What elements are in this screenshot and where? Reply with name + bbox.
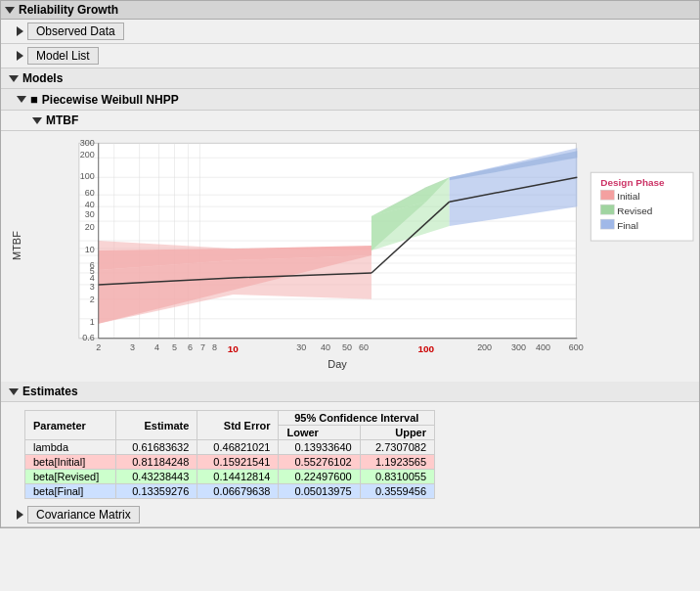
svg-text:0.6: 0.6 — [82, 333, 94, 342]
covariance-matrix-row: Covariance Matrix — [1, 503, 699, 527]
y-axis-label: MTBF — [11, 231, 22, 260]
table-row: lambda 0.61683632 0.46821021 0.13933640 … — [25, 440, 435, 455]
lower-cell: 0.13933640 — [279, 440, 360, 455]
models-label: Models — [22, 71, 63, 85]
std-error-cell: 0.14412814 — [197, 470, 279, 484]
svg-text:2: 2 — [90, 295, 95, 304]
param-cell: beta[Revised] — [25, 470, 116, 484]
svg-text:3: 3 — [130, 342, 135, 352]
svg-text:5: 5 — [172, 342, 177, 352]
table-row: beta[Initial] 0.81184248 0.15921541 0.55… — [25, 455, 435, 470]
svg-text:200: 200 — [477, 342, 492, 352]
models-section-header: Models — [1, 68, 699, 89]
svg-text:100: 100 — [417, 343, 434, 354]
model-list-button[interactable]: Model List — [27, 47, 99, 65]
legend-initial: Initial — [617, 191, 639, 202]
legend-revised: Revised — [617, 205, 652, 216]
param-cell: beta[Final] — [25, 484, 116, 499]
upper-cell: 0.3559456 — [360, 484, 434, 499]
svg-text:30: 30 — [85, 209, 95, 219]
svg-text:10: 10 — [85, 245, 95, 254]
panel-header: Reliability Growth — [1, 1, 699, 20]
lower-cell: 0.55276102 — [279, 455, 360, 470]
mtbf-chart-svg: MTBF 300 200 100 60 40 30 20 10 — [1, 133, 699, 378]
estimate-cell: 0.43238443 — [116, 470, 197, 484]
svg-text:400: 400 — [536, 342, 550, 352]
svg-text:200: 200 — [80, 150, 95, 159]
lower-cell: 0.05013975 — [279, 484, 360, 499]
estimate-header: Estimate — [116, 411, 197, 440]
piecewise-weibull-label: Piecewise Weibull NHPP — [42, 93, 179, 107]
panel-title: Reliability Growth — [19, 3, 118, 17]
svg-text:300: 300 — [80, 138, 95, 148]
lower-cell: 0.22497600 — [279, 470, 360, 484]
piecewise-weibull-header: ■ Piecewise Weibull NHPP — [1, 89, 699, 111]
svg-text:7: 7 — [200, 342, 205, 352]
svg-text:60: 60 — [85, 188, 95, 198]
upper-cell: 2.7307082 — [360, 440, 434, 455]
legend-final: Final — [617, 220, 638, 231]
conf-interval-header: 95% Confidence Interval — [279, 411, 435, 426]
svg-rect-59 — [600, 219, 614, 229]
std-error-header: Std Error — [197, 411, 279, 440]
svg-text:8: 8 — [212, 342, 217, 352]
table-row: beta[Final] 0.13359276 0.06679638 0.0501… — [25, 484, 435, 499]
svg-text:20: 20 — [85, 222, 95, 232]
svg-text:10: 10 — [228, 343, 240, 354]
param-cell: beta[Initial] — [25, 455, 116, 470]
estimate-cell: 0.13359276 — [116, 484, 197, 499]
model-list-expand-icon[interactable] — [17, 51, 23, 61]
svg-text:2: 2 — [96, 342, 101, 352]
svg-text:4: 4 — [154, 342, 159, 352]
svg-text:40: 40 — [85, 200, 95, 209]
estimate-cell: 0.61683632 — [116, 440, 197, 455]
svg-rect-57 — [600, 190, 614, 200]
upper-cell: 0.8310055 — [360, 470, 434, 484]
piecewise-weibull-checkbox-icon[interactable]: ■ — [30, 92, 38, 107]
estimate-cell: 0.81184248 — [116, 455, 197, 470]
mtbf-header: MTBF — [1, 111, 699, 131]
svg-text:Design Phase: Design Phase — [600, 177, 665, 188]
observed-data-row: Observed Data — [1, 20, 699, 44]
param-header: Parameter — [25, 411, 116, 440]
estimates-collapse-icon[interactable] — [9, 388, 19, 395]
lower-header: Lower — [279, 426, 360, 440]
model-list-row: Model List — [1, 44, 699, 68]
svg-text:6: 6 — [188, 342, 193, 352]
svg-text:1: 1 — [90, 317, 95, 327]
table-row: beta[Revised] 0.43238443 0.14412814 0.22… — [25, 470, 435, 484]
reliability-growth-panel: Reliability Growth Observed Data Model L… — [0, 0, 700, 528]
std-error-cell: 0.15921541 — [197, 455, 279, 470]
estimates-content: Parameter Estimate Std Error 95% Confide… — [1, 402, 699, 503]
estimates-table: Parameter Estimate Std Error 95% Confide… — [24, 410, 435, 499]
collapse-icon[interactable] — [5, 7, 15, 14]
estimates-section-header: Estimates — [1, 382, 699, 402]
piecewise-weibull-collapse-icon[interactable] — [17, 96, 26, 103]
upper-header: Upper — [360, 426, 434, 440]
chart-area: MTBF 300 200 100 60 40 30 20 10 — [1, 133, 699, 378]
mtbf-label: MTBF — [46, 114, 78, 127]
upper-cell: 1.1923565 — [360, 455, 434, 470]
covariance-matrix-button[interactable]: Covariance Matrix — [27, 506, 140, 523]
observed-data-button[interactable]: Observed Data — [27, 23, 124, 40]
models-collapse-icon[interactable] — [9, 75, 19, 82]
std-error-cell: 0.46821021 — [197, 440, 279, 455]
svg-text:600: 600 — [569, 342, 584, 352]
svg-text:30: 30 — [296, 342, 306, 352]
svg-text:60: 60 — [359, 342, 369, 352]
svg-text:40: 40 — [321, 342, 330, 352]
x-axis-label: Day — [328, 358, 347, 370]
svg-rect-58 — [600, 205, 614, 214]
observed-data-expand-icon[interactable] — [17, 26, 23, 36]
svg-text:3: 3 — [90, 282, 95, 292]
estimates-label: Estimates — [22, 385, 78, 398]
std-error-cell: 0.06679638 — [197, 484, 279, 499]
param-cell: lambda — [25, 440, 116, 455]
svg-text:100: 100 — [80, 171, 95, 181]
covariance-expand-icon[interactable] — [17, 510, 23, 520]
mtbf-collapse-icon[interactable] — [32, 117, 42, 124]
svg-text:50: 50 — [342, 342, 352, 352]
svg-text:300: 300 — [511, 342, 526, 352]
